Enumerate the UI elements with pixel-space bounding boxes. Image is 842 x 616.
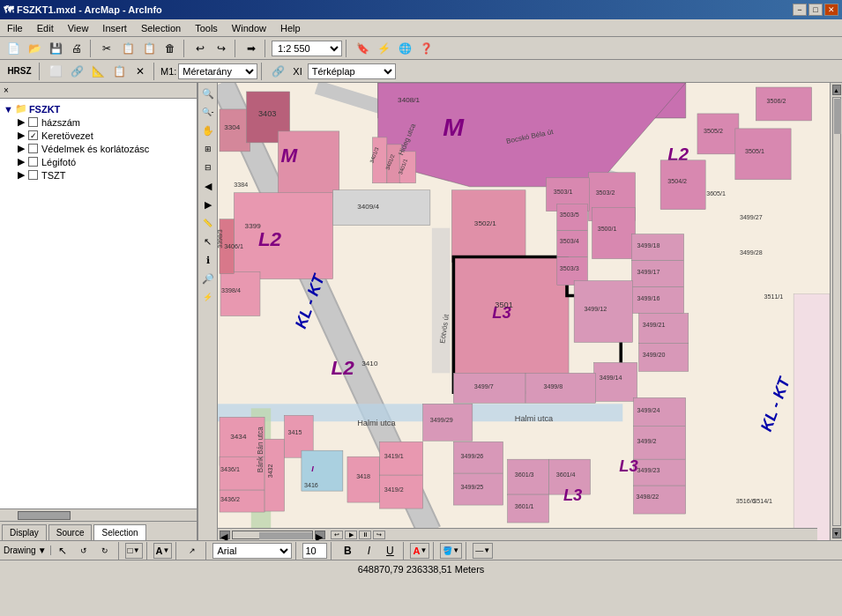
toc-item-legifoto[interactable]: ▶ Légifotó <box>4 155 193 168</box>
forward-btn[interactable]: ▶ <box>199 196 217 213</box>
menu-help[interactable]: Help <box>277 22 304 34</box>
map-area[interactable]: 3304 3403 M M 3402 3401/3 3401/2 3401/1 … <box>218 83 830 540</box>
nav-pause[interactable]: ⏸ <box>359 531 371 539</box>
zoom-full-button[interactable]: 🌐 <box>395 40 414 57</box>
open-button[interactable]: 📂 <box>25 40 44 57</box>
vscroll-thumb[interactable] <box>834 99 841 134</box>
select-btn[interactable]: ↖ <box>199 233 217 250</box>
font-size-input[interactable] <box>302 543 327 559</box>
zoom-extent-btn[interactable]: ⊞ <box>199 140 217 158</box>
drawing-dropdown-icon[interactable]: ▼ <box>38 545 47 555</box>
font-color-group[interactable]: A ▼ <box>410 543 429 559</box>
zoom-layer-btn[interactable]: ⊟ <box>199 159 217 176</box>
hyperlink-btn[interactable]: ⚡ <box>199 288 217 306</box>
toc-item-tszt[interactable]: ▶ TSZT <box>4 168 193 182</box>
zoom-out-btn[interactable]: 🔍- <box>199 103 217 121</box>
hazszam-checkbox[interactable] <box>28 117 38 127</box>
hscroll-right[interactable]: ▶ <box>315 531 325 539</box>
title-bar-controls[interactable]: − □ ✕ <box>793 4 838 16</box>
undo-button[interactable]: ↩ <box>190 40 210 57</box>
map-vscroll[interactable]: ▲ ▼ <box>830 83 842 540</box>
toc-item-vedelmek[interactable]: ▶ Védelmek és korlátozásc <box>4 142 193 155</box>
find-btn[interactable]: 🔎 <box>199 270 217 287</box>
menu-edit[interactable]: Edit <box>34 22 57 34</box>
tab-display[interactable]: Display <box>2 524 47 540</box>
cut-button[interactable]: ✂ <box>97 40 116 57</box>
meretarany-select[interactable]: Méretarány <box>178 63 257 79</box>
identify-tool[interactable]: ℹ <box>199 251 217 269</box>
tb2-btn1[interactable]: ⬜ <box>46 63 65 80</box>
hscroll-left[interactable]: ◀ <box>220 531 230 539</box>
tb2-btn2[interactable]: 🔗 <box>67 63 86 80</box>
draw-misc1[interactable]: ↗ <box>183 542 202 560</box>
identify-button[interactable]: 🔖 <box>353 40 372 57</box>
legifoto-checkbox[interactable] <box>28 157 38 167</box>
text-tool-group[interactable]: A ▼ <box>153 543 173 559</box>
vscroll-track[interactable] <box>832 97 841 526</box>
bold-btn[interactable]: B <box>338 542 357 560</box>
text-dropdown[interactable]: ▼ <box>163 546 170 554</box>
paste-button[interactable]: 📋 <box>139 40 159 57</box>
new-button[interactable]: 📄 <box>4 40 23 57</box>
print-button[interactable]: 🖨 <box>67 40 86 57</box>
fill-dropdown[interactable]: ▼ <box>452 546 459 554</box>
back-btn[interactable]: ◀ <box>199 177 217 195</box>
toc-hscroll[interactable] <box>0 508 197 521</box>
terkeplap-select[interactable]: Térképlap <box>308 63 396 79</box>
color-dropdown[interactable]: ▼ <box>420 546 427 554</box>
line-color-group[interactable]: — ▼ <box>473 543 493 559</box>
menu-file[interactable]: File <box>4 22 26 34</box>
rect-tool-group[interactable]: □ ▼ <box>125 543 143 559</box>
tab-selection[interactable]: Selection <box>93 524 145 540</box>
tb2-close[interactable]: ✕ <box>130 63 150 80</box>
tab-source[interactable]: Source <box>48 524 93 540</box>
delete-button[interactable]: 🗑 <box>160 40 180 57</box>
measure-btn[interactable]: 📏 <box>199 214 217 232</box>
menu-selection[interactable]: Selection <box>138 22 184 34</box>
vedelmek-checkbox[interactable] <box>28 144 38 153</box>
redo-button[interactable]: ↪ <box>212 40 231 57</box>
nav-prev[interactable]: ↩ <box>331 531 343 539</box>
scale-select[interactable]: 1:2 550 <box>272 41 342 56</box>
pan-btn[interactable]: ✋ <box>199 122 217 139</box>
save-button[interactable]: 💾 <box>46 40 65 57</box>
tb2-btn3[interactable]: 📐 <box>88 63 108 80</box>
hscroll-thumb[interactable] <box>259 532 312 539</box>
maximize-button[interactable]: □ <box>808 4 823 16</box>
toc-item-hazszam[interactable]: ▶ házszám <box>4 115 193 129</box>
tb2-btn4[interactable]: 📋 <box>109 63 129 80</box>
toc-root-fszkt[interactable]: ▼ 📁 FSZKT <box>4 102 193 115</box>
fill-color-group[interactable]: 🪣 ▼ <box>440 543 462 559</box>
menu-insert[interactable]: Insert <box>99 22 130 34</box>
menu-tools[interactable]: Tools <box>191 22 221 34</box>
line-dropdown[interactable]: ▼ <box>483 546 490 554</box>
navigate-button[interactable]: ➡ <box>242 40 261 57</box>
nav-play[interactable]: ▶ <box>345 531 357 539</box>
toc-item-keretovezet[interactable]: ▶ Keretövezet <box>4 129 193 142</box>
underline-btn[interactable]: U <box>380 542 399 560</box>
zoom-in-btn[interactable]: 🔍 <box>199 85 217 102</box>
vscroll-down[interactable]: ▼ <box>832 528 841 538</box>
help-button[interactable]: ❓ <box>416 40 436 57</box>
rotate-right[interactable]: ↻ <box>95 542 115 560</box>
menu-window[interactable]: Window <box>228 22 270 34</box>
rect-dropdown[interactable]: ▼ <box>133 546 140 554</box>
rotate-left[interactable]: ↺ <box>74 542 93 560</box>
vscroll-up[interactable]: ▲ <box>832 85 841 95</box>
nav-next[interactable]: ↪ <box>373 531 385 539</box>
minimize-button[interactable]: − <box>793 4 807 16</box>
arrow-tool[interactable]: ↖ <box>53 542 72 560</box>
hscroll-track[interactable] <box>232 531 313 539</box>
italic-btn[interactable]: I <box>359 542 378 560</box>
copy-button[interactable]: 📋 <box>118 40 138 57</box>
flash-button[interactable]: ⚡ <box>374 40 393 57</box>
keretovezet-checkbox[interactable] <box>28 130 38 140</box>
hscroll-thumb[interactable] <box>18 511 71 520</box>
menu-view[interactable]: View <box>64 22 93 34</box>
font-select[interactable]: Arial <box>212 543 292 559</box>
map-hscroll[interactable]: ◀ ▶ ↩ ▶ ⏸ ↪ <box>218 528 817 540</box>
link-btn[interactable]: 🔗 <box>268 63 287 80</box>
close-button[interactable]: ✕ <box>824 4 838 16</box>
tszt-checkbox[interactable] <box>28 170 38 180</box>
hrsz-button[interactable]: HRSZ <box>4 63 35 80</box>
